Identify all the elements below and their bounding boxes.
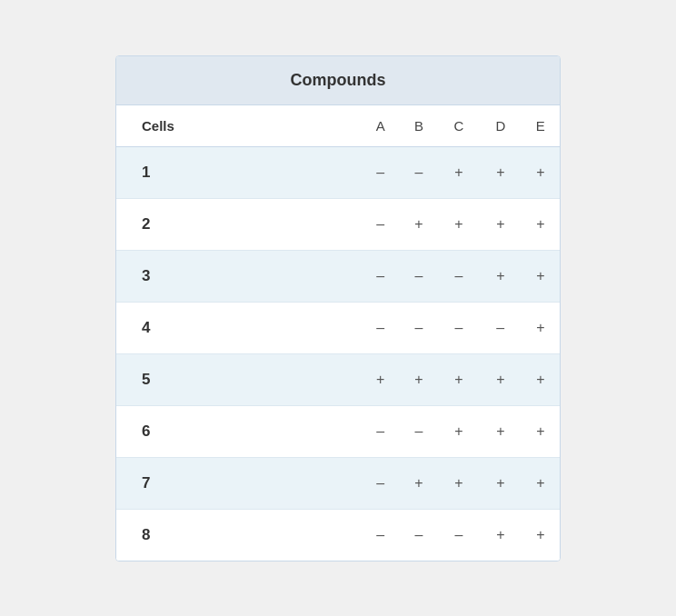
- row-A-value: –: [362, 250, 400, 302]
- row-E-value: +: [522, 353, 560, 405]
- row-C-value: +: [438, 198, 480, 250]
- col-header-d: D: [480, 105, 522, 147]
- row-B-value: –: [400, 509, 438, 561]
- row-A-value: +: [362, 353, 400, 405]
- row-E-value: +: [522, 250, 560, 302]
- row-cell-label: 4: [116, 302, 362, 353]
- row-D-value: +: [480, 198, 522, 250]
- table-title: Compounds: [116, 56, 560, 105]
- row-cell-label: 2: [116, 198, 362, 250]
- row-D-value: +: [480, 509, 522, 561]
- table-row: 3–––++: [116, 250, 560, 302]
- col-header-c: C: [438, 105, 480, 147]
- row-cell-label: 8: [116, 509, 362, 561]
- row-B-value: +: [400, 353, 438, 405]
- table-row: 7–++++: [116, 457, 560, 509]
- col-header-b: B: [400, 105, 438, 147]
- row-A-value: –: [362, 198, 400, 250]
- compounds-table: Compounds Cells A B C D E 1––+++2–++++3–…: [115, 55, 561, 561]
- row-B-value: +: [400, 457, 438, 509]
- row-A-value: –: [362, 405, 400, 457]
- row-C-value: –: [438, 302, 480, 353]
- row-A-value: –: [362, 509, 400, 561]
- row-B-value: –: [400, 405, 438, 457]
- row-D-value: +: [480, 353, 522, 405]
- row-C-value: –: [438, 250, 480, 302]
- row-A-value: –: [362, 146, 400, 198]
- row-C-value: +: [438, 146, 480, 198]
- col-header-e: E: [522, 105, 560, 147]
- row-D-value: +: [480, 405, 522, 457]
- table-row: 5+++++: [116, 353, 560, 405]
- row-C-value: –: [438, 509, 480, 561]
- row-D-value: +: [480, 250, 522, 302]
- row-B-value: –: [400, 250, 438, 302]
- column-headers: Cells A B C D E: [116, 105, 560, 147]
- table-row: 4––––+: [116, 302, 560, 353]
- col-header-cells: Cells: [116, 105, 362, 147]
- row-D-value: +: [480, 146, 522, 198]
- row-cell-label: 6: [116, 405, 362, 457]
- col-header-a: A: [362, 105, 400, 147]
- row-E-value: +: [522, 509, 560, 561]
- row-cell-label: 3: [116, 250, 362, 302]
- table-row: 8–––++: [116, 509, 560, 561]
- row-B-value: –: [400, 146, 438, 198]
- row-cell-label: 7: [116, 457, 362, 509]
- row-E-value: +: [522, 457, 560, 509]
- row-C-value: +: [438, 405, 480, 457]
- table-row: 2–++++: [116, 198, 560, 250]
- row-E-value: +: [522, 198, 560, 250]
- row-A-value: –: [362, 457, 400, 509]
- table-row: 6––+++: [116, 405, 560, 457]
- row-B-value: –: [400, 302, 438, 353]
- row-E-value: +: [522, 146, 560, 198]
- table-row: 1––+++: [116, 146, 560, 198]
- row-C-value: +: [438, 457, 480, 509]
- row-cell-label: 5: [116, 353, 362, 405]
- row-D-value: –: [480, 302, 522, 353]
- row-E-value: +: [522, 405, 560, 457]
- row-A-value: –: [362, 302, 400, 353]
- row-E-value: +: [522, 302, 560, 353]
- row-D-value: +: [480, 457, 522, 509]
- row-B-value: +: [400, 198, 438, 250]
- row-C-value: +: [438, 353, 480, 405]
- row-cell-label: 1: [116, 146, 362, 198]
